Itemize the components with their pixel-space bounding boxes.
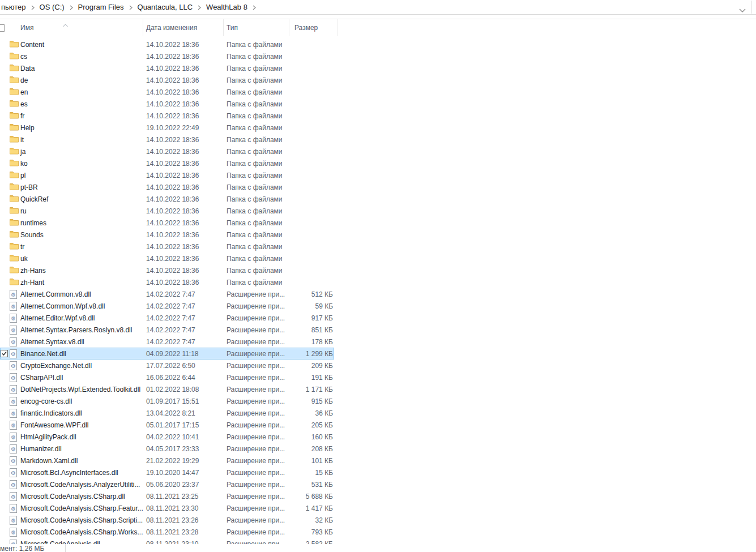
table-row[interactable]: ⚙Alternet.Syntax.Parsers.Roslyn.v8.dll14… [0, 324, 756, 336]
file-name: CryptoExchange.Net.dll [0, 360, 143, 371]
table-row[interactable]: Content14.10.2022 18:36Папка с файлами [0, 38, 756, 50]
file-type: Расширение при... [227, 419, 289, 431]
breadcrumb-separator-icon[interactable] [70, 5, 73, 10]
table-row[interactable]: ja14.10.2022 18:36Папка с файлами [0, 146, 756, 157]
file-date-modified: 14.10.2022 18:36 [146, 205, 224, 217]
column-header-size[interactable]: Размер [289, 19, 338, 36]
file-type: Расширение при... [227, 431, 289, 443]
file-date-modified: 19.10.2020 14:47 [146, 467, 224, 478]
file-type: Расширение при... [227, 288, 289, 300]
table-row[interactable]: runtimes14.10.2022 18:36Папка с файлами [0, 217, 756, 229]
table-row[interactable]: es14.10.2022 18:36Папка с файлами [0, 98, 756, 110]
file-date-modified: 16.06.2022 6:44 [146, 371, 224, 383]
table-row[interactable]: ⚙Humanizer.dll04.05.2017 23:33Расширение… [0, 443, 756, 455]
file-type: Папка с файлами [227, 62, 289, 74]
file-date-modified: 14.02.2022 7:47 [146, 336, 224, 348]
table-row[interactable]: ⚙Microsoft.CodeAnalysis.AnalyzerUtiliti.… [0, 478, 756, 490]
table-row[interactable]: fr14.10.2022 18:36Папка с файлами [0, 110, 756, 122]
file-type: Папка с файлами [227, 276, 289, 288]
file-type: Расширение при... [227, 490, 289, 502]
table-row[interactable]: cs14.10.2022 18:36Папка с файлами [0, 50, 756, 62]
table-row[interactable]: ⚙CryptoExchange.Net.dll17.07.2022 6:50Ра… [0, 360, 756, 371]
table-row[interactable]: ⚙Alternet.Common.v8.dll14.02.2022 7:47Ра… [0, 288, 756, 300]
table-row[interactable]: Sounds14.10.2022 18:36Папка с файлами [0, 229, 756, 241]
column-header-date[interactable]: Дата изменения [143, 19, 224, 36]
breadcrumb-separator-icon[interactable] [198, 5, 201, 10]
address-bar[interactable]: пьютерOS (C:)Program FilesQuantacula, LL… [0, 0, 756, 15]
file-date-modified: 14.10.2022 18:36 [146, 38, 224, 50]
file-name: CSharpAPI.dll [0, 371, 143, 383]
file-type: Папка с файлами [227, 264, 289, 276]
breadcrumb-separator-icon[interactable] [129, 5, 133, 10]
file-size: 36 КБ [289, 407, 333, 419]
table-row[interactable]: zh-Hans14.10.2022 18:36Папка с файлами [0, 264, 756, 276]
table-row[interactable]: ⚙Alternet.Editor.Wpf.v8.dll14.02.2022 7:… [0, 312, 756, 324]
table-row[interactable]: ko14.10.2022 18:36Папка с файлами [0, 157, 756, 169]
table-row[interactable]: Help19.10.2022 22:49Папка с файлами [0, 122, 756, 134]
table-row[interactable]: de14.10.2022 18:36Папка с файлами [0, 74, 756, 86]
breadcrumb-item[interactable]: OS (C:) [39, 3, 66, 11]
table-row[interactable]: ⚙Markdown.Xaml.dll21.02.2022 19:29Расшир… [0, 455, 756, 467]
file-date-modified: 14.10.2022 18:36 [146, 181, 224, 193]
file-name: es [0, 98, 143, 110]
row-checkbox[interactable] [1, 350, 8, 357]
table-row[interactable]: ⚙Microsoft.CodeAnalysis.CSharp.dll08.11.… [0, 490, 756, 502]
file-size [289, 264, 333, 276]
file-date-modified: 14.10.2022 18:36 [146, 276, 224, 288]
file-date-modified: 14.10.2022 18:36 [146, 169, 224, 181]
file-date-modified: 14.02.2022 7:47 [146, 324, 224, 336]
file-size: 917 КБ [289, 312, 333, 324]
file-type: Расширение при... [227, 300, 289, 312]
table-row[interactable]: zh-Hant14.10.2022 18:36Папка с файлами [0, 276, 756, 288]
table-row[interactable]: pl14.10.2022 18:36Папка с файлами [0, 169, 756, 181]
column-header-name[interactable]: Имя [0, 19, 143, 36]
table-row[interactable]: QuickRef14.10.2022 18:36Папка с файлами [0, 193, 756, 205]
breadcrumb-item[interactable]: Program Files [77, 3, 125, 11]
table-row[interactable]: uk14.10.2022 18:36Папка с файлами [0, 253, 756, 264]
table-row[interactable]: ⚙HtmlAgilityPack.dll04.02.2022 10:41Расш… [0, 431, 756, 443]
file-name: it [0, 134, 143, 146]
breadcrumb-separator-icon[interactable] [31, 5, 35, 10]
file-size [289, 229, 333, 241]
table-row[interactable]: ru14.10.2022 18:36Папка с файлами [0, 205, 756, 217]
table-row[interactable]: ⚙Microsoft.CodeAnalysis.CSharp.Scripti..… [0, 514, 756, 526]
table-row[interactable]: ⚙FontAwesome.WPF.dll05.01.2017 17:15Расш… [0, 419, 756, 431]
table-row[interactable]: en14.10.2022 18:36Папка с файлами [0, 86, 756, 98]
table-row[interactable]: ⚙Alternet.Common.Wpf.v8.dll14.02.2022 7:… [0, 300, 756, 312]
table-row[interactable]: ⚙encog-core-cs.dll01.09.2017 15:51Расшир… [0, 395, 756, 407]
file-name: Binance.Net.dll [0, 348, 143, 360]
chevron-down-icon[interactable] [739, 5, 747, 10]
table-row[interactable]: ⚙Alternet.Syntax.v8.dll14.02.2022 7:47Ра… [0, 336, 756, 348]
column-header-type[interactable]: Тип [224, 19, 289, 36]
file-name: uk [0, 253, 143, 264]
file-size [289, 98, 333, 110]
table-row[interactable]: ⚙Microsoft.Bcl.AsyncInterfaces.dll19.10.… [0, 467, 756, 478]
file-type: Расширение при... [227, 312, 289, 324]
file-size [289, 157, 333, 169]
file-size [289, 253, 333, 264]
table-row[interactable]: Data14.10.2022 18:36Папка с файлами [0, 62, 756, 74]
table-row[interactable]: tr14.10.2022 18:36Папка с файлами [0, 241, 756, 253]
table-row[interactable]: ⚙DotNetProjects.Wpf.Extended.Toolkit.dll… [0, 383, 756, 395]
table-row[interactable]: it14.10.2022 18:36Папка с файлами [0, 134, 756, 146]
breadcrumb-separator-icon[interactable] [253, 5, 256, 10]
file-date-modified: 14.10.2022 18:36 [146, 264, 224, 276]
file-type: Расширение при... [227, 407, 289, 419]
file-type: Папка с файлами [227, 134, 289, 146]
table-row[interactable]: ⚙Binance.Net.dll04.09.2022 11:18Расширен… [0, 348, 756, 360]
breadcrumb-item[interactable]: WealthLab 8 [205, 3, 249, 11]
file-name: Humanizer.dll [0, 443, 143, 455]
breadcrumb-item[interactable]: пьютер [0, 3, 27, 11]
file-date-modified: 14.02.2022 7:47 [146, 312, 224, 324]
file-date-modified: 04.05.2017 23:33 [146, 443, 224, 455]
table-row[interactable]: ⚙Microsoft.CodeAnalysis.CSharp.Works...0… [0, 526, 756, 538]
breadcrumb-item[interactable]: Quantacula, LLC [136, 3, 194, 11]
file-name: Alternet.Common.v8.dll [0, 288, 143, 300]
table-row[interactable]: pt-BR14.10.2022 18:36Папка с файлами [0, 181, 756, 193]
table-row[interactable]: ⚙CSharpAPI.dll16.06.2022 6:44Расширение … [0, 371, 756, 383]
table-row[interactable]: ⚙Microsoft.CodeAnalysis.CSharp.Featur...… [0, 502, 756, 514]
file-name: Markdown.Xaml.dll [0, 455, 143, 467]
file-type: Папка с файлами [227, 50, 289, 62]
table-row[interactable]: ⚙finantic.Indicators.dll13.04.2022 8:21Р… [0, 407, 756, 419]
file-name: de [0, 74, 143, 86]
